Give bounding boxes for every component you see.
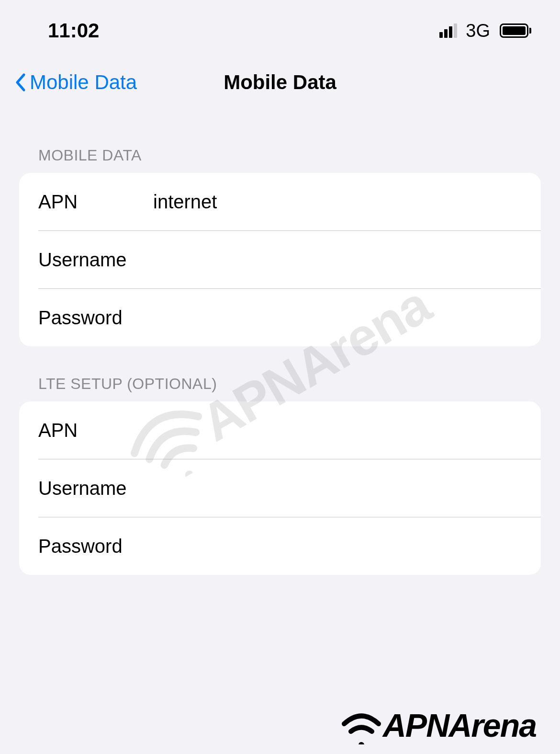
back-button[interactable]: Mobile Data (14, 71, 137, 94)
section-group-mobile-data: APN Username Password (19, 173, 541, 346)
back-label: Mobile Data (30, 71, 137, 94)
status-right: 3G (439, 21, 531, 41)
username-label: Username (38, 249, 153, 271)
row-password[interactable]: Password (19, 289, 541, 346)
password-label: Password (38, 307, 153, 329)
signal-icon (439, 23, 457, 38)
section-lte-setup: LTE SETUP (OPTIONAL) APN Username Passwo… (0, 375, 560, 575)
nav-bar: Mobile Data Mobile Data (0, 52, 560, 108)
apn-label: APN (38, 191, 153, 213)
nav-title: Mobile Data (224, 71, 336, 94)
status-bar: 11:02 3G (0, 0, 560, 52)
status-time: 11:02 (48, 19, 99, 42)
apn-input[interactable] (153, 191, 522, 213)
section-header-lte: LTE SETUP (OPTIONAL) (19, 375, 541, 401)
row-lte-password[interactable]: Password (19, 517, 541, 575)
row-username[interactable]: Username (19, 231, 541, 288)
lte-apn-input[interactable] (153, 420, 522, 441)
password-input[interactable] (153, 307, 522, 329)
section-group-lte: APN Username Password (19, 401, 541, 575)
watermark-corner: APNArena (337, 706, 536, 744)
lte-apn-label: APN (38, 420, 153, 441)
network-type: 3G (466, 21, 490, 41)
row-lte-username[interactable]: Username (19, 459, 541, 517)
lte-password-label: Password (38, 536, 153, 557)
lte-username-label: Username (38, 478, 153, 499)
row-apn[interactable]: APN (19, 173, 541, 230)
row-lte-apn[interactable]: APN (19, 401, 541, 459)
battery-icon (500, 23, 531, 38)
section-header-mobile-data: MOBILE DATA (19, 147, 541, 173)
wifi-icon (337, 706, 385, 744)
chevron-left-icon (14, 73, 26, 92)
lte-password-input[interactable] (153, 536, 522, 557)
lte-username-input[interactable] (153, 478, 522, 499)
username-input[interactable] (153, 249, 522, 271)
section-mobile-data: MOBILE DATA APN Username Password (0, 147, 560, 346)
watermark-text: APNArena (383, 707, 536, 744)
